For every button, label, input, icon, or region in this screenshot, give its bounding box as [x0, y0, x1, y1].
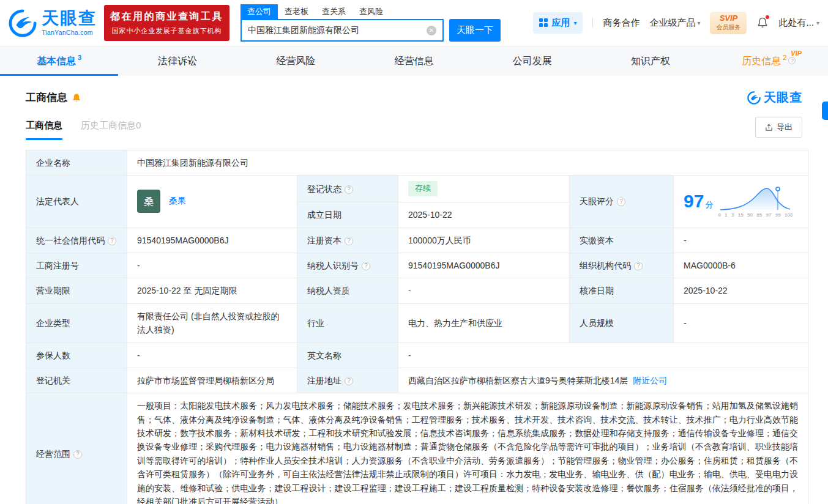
tab-label: 法律诉讼 — [158, 55, 197, 68]
tab-basic-info[interactable]: 基本信息 3 — [0, 46, 118, 76]
tab-operating-info[interactable]: 经营信息 — [355, 46, 473, 76]
field-label-cell: 登记状态? — [297, 176, 398, 202]
subscribe-bell-icon[interactable] — [72, 93, 81, 103]
search-tab-relation[interactable]: 查关系 — [315, 4, 352, 19]
approval-date-value: 2025-10-22 — [674, 278, 808, 303]
promo-banner: 都在用的商业查询工具 国家中小企业发展子基金旗下机构 — [104, 5, 229, 41]
search-tab-risk[interactable]: 查风险 — [352, 4, 390, 19]
search-button[interactable]: 天眼一下 — [449, 19, 501, 42]
search-input-wrap: ✕ — [241, 19, 444, 42]
apps-button[interactable]: 应用 ▾ — [533, 12, 583, 34]
side-widget[interactable] — [822, 102, 828, 120]
help-icon[interactable]: ? — [345, 185, 353, 194]
subtab-row: 工商信息 历史工商信息0 导出 — [26, 117, 802, 143]
field-label: 登记状态 — [307, 184, 341, 194]
field-value: 有限责任公司 (非自然人投资或控股的法人独资) — [137, 311, 280, 335]
field-value: 一般项目：太阳能发电技术服务；风力发电技术服务；储能技术服务；发电技术服务；新兴… — [137, 401, 798, 504]
nearby-companies-link[interactable]: 附近公司 — [633, 376, 667, 385]
tab-label: 基本信息 — [37, 55, 76, 68]
help-icon[interactable]: ? — [345, 377, 353, 385]
help-icon[interactable]: ? — [362, 262, 370, 270]
field-label-cell: 注册资本? — [297, 228, 398, 253]
tab-history-info[interactable]: VIP 历史信息 2 ? — [710, 46, 828, 76]
legal-rep-link[interactable]: 桑果 — [169, 196, 186, 206]
search-tab-boss[interactable]: 查老板 — [278, 4, 315, 19]
axis-tick: 97 — [766, 213, 772, 218]
score-value: 97 — [684, 191, 704, 211]
nav-enterprise[interactable]: 企业级产品 ▾ — [649, 17, 700, 29]
export-button[interactable]: 导出 — [755, 117, 802, 138]
reg-address-value: 西藏自治区拉萨市柳梧新区察古大道9号奥特莱斯北楼14层附近公司 — [398, 368, 808, 393]
field-label-cell: 人员规模 — [570, 303, 674, 343]
notification-dot — [766, 15, 769, 19]
search-input[interactable] — [248, 26, 427, 35]
legal-rep-avatar[interactable]: 桑 — [137, 190, 160, 213]
reg-status-cell: 存续 — [398, 176, 570, 202]
company-nav-tabs: 基本信息 3 法律诉讼 经营风险 经营信息 公司发展 知识产权 VIP 历史信息… — [0, 46, 828, 76]
tianyancha-logo-icon — [747, 91, 761, 105]
header-right-nav: 应用 ▾ 商务合作 企业级产品 ▾ SVIP 会员服务 此处有... ▾ — [533, 12, 819, 34]
establish-date-value: 2025-10-22 — [398, 202, 570, 228]
business-info-table: 企业名称 中国雅江集团新能源有限公司 法定代表人 桑 桑果 登记状态? 存续 天… — [26, 150, 808, 504]
field-label-cell: 注册地址? — [297, 368, 398, 393]
vip-tag: VIP — [791, 50, 802, 57]
field-value: 2025-10-22 至 无固定期限 — [137, 286, 237, 295]
insured-value: - — [127, 343, 297, 368]
top-header: 天眼查 TianYanCha.com 都在用的商业查询工具 国家中小企业发展子基… — [0, 0, 828, 46]
field-label: 成立日期 — [307, 210, 341, 220]
brand-text: 天眼查 — [764, 89, 802, 106]
logo-title: 天眼查 — [42, 10, 97, 27]
field-value: 电力、热力生产和供应业 — [408, 318, 502, 328]
axis-tick: 15 — [738, 213, 744, 218]
help-icon[interactable]: ? — [345, 237, 353, 245]
user-menu[interactable]: 此处有... ▾ — [778, 17, 819, 29]
subtab-history-business-info[interactable]: 历史工商信息0 — [81, 120, 141, 140]
field-label-cell: 实缴资本 — [570, 228, 674, 253]
field-value: - — [137, 261, 140, 270]
field-value: 2025-10-22 — [408, 210, 452, 220]
field-label-cell: 登记机关 — [26, 368, 127, 393]
staff-size-value: - — [674, 303, 808, 343]
notification-bell-icon[interactable] — [756, 17, 769, 29]
field-value: 91540195MAG0000B6J — [137, 235, 228, 245]
axis-tick: 99 — [775, 213, 781, 218]
subtab-business-info[interactable]: 工商信息 — [26, 120, 62, 140]
help-icon[interactable]: ? — [73, 450, 82, 459]
tianyancha-logo[interactable]: 天眼查 TianYanCha.com — [9, 9, 97, 37]
tab-company-development[interactable]: 公司发展 — [473, 46, 591, 76]
tab-intellectual-property[interactable]: 知识产权 — [591, 46, 709, 76]
field-value: 91540195MAG0000B6J — [408, 261, 499, 270]
field-label: 纳税人识别号 — [307, 261, 359, 270]
field-label: 经营范围 — [36, 449, 70, 459]
tab-legal-proceedings[interactable]: 法律诉讼 — [118, 46, 236, 76]
svip-sublabel: 会员服务 — [716, 23, 740, 32]
industry-value: 电力、热力生产和供应业 — [398, 303, 570, 343]
score-curve-chart: 0 1 3 15 50 85 97 99 100 — [718, 185, 793, 218]
caret-down-icon: ▾ — [816, 20, 819, 26]
divider — [592, 18, 593, 28]
field-label-cell: 企业名称 — [26, 150, 127, 176]
svip-badge[interactable]: SVIP 会员服务 — [710, 12, 747, 34]
score-cell[interactable]: 97分 — [674, 176, 808, 228]
tab-label: 历史信息 — [742, 55, 781, 68]
help-icon[interactable]: ? — [108, 237, 116, 245]
field-label: 注册资本 — [307, 235, 341, 245]
tab-label: 经营信息 — [394, 55, 433, 68]
tianyancha-logo-icon — [9, 9, 37, 37]
reg-capital-value: 100000万人民币 — [398, 228, 570, 253]
axis-tick: 100 — [785, 213, 793, 218]
help-icon[interactable]: ? — [634, 262, 643, 270]
field-label: 人员规模 — [580, 318, 614, 328]
search-tab-company[interactable]: 查公司 — [241, 4, 278, 19]
help-icon[interactable]: ? — [617, 198, 625, 206]
table-row: 营业期限 2025-10-22 至 无固定期限 纳税人资质 - 核准日期 202… — [26, 278, 808, 303]
clear-icon[interactable]: ✕ — [427, 26, 436, 35]
org-code-value: MAG0000B-6 — [674, 253, 808, 278]
table-row: 登记机关 拉萨市市场监督管理局柳梧新区分局 注册地址? 西藏自治区拉萨市柳梧新区… — [26, 368, 808, 393]
nav-cooperation[interactable]: 商务合作 — [603, 17, 640, 29]
tab-operating-risk[interactable]: 经营风险 — [237, 46, 355, 76]
reg-number-value: - — [127, 253, 297, 278]
field-label: 纳税人资质 — [307, 286, 350, 295]
search-area: 查公司 查老板 查关系 查风险 ✕ 天眼一下 — [241, 4, 501, 42]
promo-line1: 都在用的商业查询工具 — [110, 10, 223, 23]
